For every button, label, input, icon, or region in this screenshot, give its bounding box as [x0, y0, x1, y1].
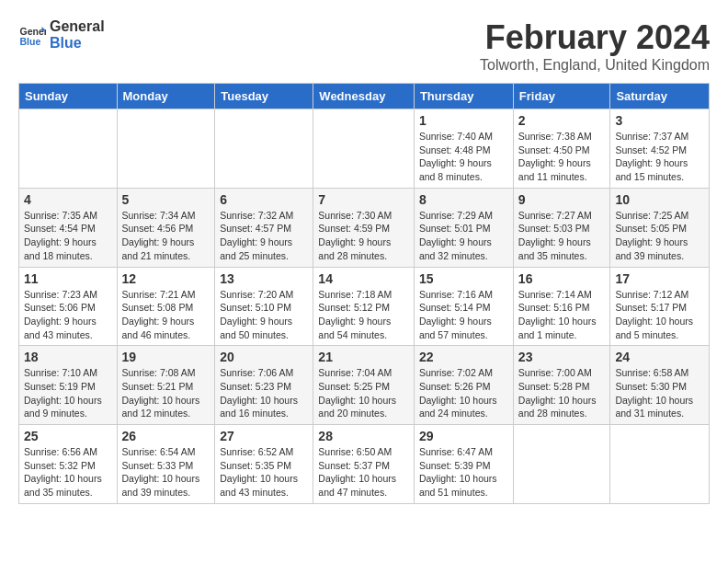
day-number: 22: [419, 350, 508, 364]
logo-text-line1: General: [50, 18, 105, 35]
day-info: Sunrise: 6:52 AM Sunset: 5:35 PM Dayligh…: [220, 445, 308, 500]
calendar-cell: [19, 109, 118, 189]
day-number: 3: [615, 113, 704, 128]
day-info: Sunrise: 6:54 AM Sunset: 5:33 PM Dayligh…: [122, 445, 210, 500]
day-number: 28: [318, 429, 409, 443]
calendar-cell: 25Sunrise: 6:56 AM Sunset: 5:32 PM Dayli…: [19, 425, 118, 504]
calendar-cell: 20Sunrise: 7:06 AM Sunset: 5:23 PM Dayli…: [215, 346, 313, 425]
calendar-week-5: 25Sunrise: 6:56 AM Sunset: 5:32 PM Dayli…: [19, 425, 710, 504]
day-number: 21: [318, 350, 409, 364]
calendar-cell: 2Sunrise: 7:38 AM Sunset: 4:50 PM Daylig…: [513, 109, 610, 189]
day-info: Sunrise: 7:37 AM Sunset: 4:52 PM Dayligh…: [615, 130, 704, 184]
calendar-cell: 6Sunrise: 7:32 AM Sunset: 4:57 PM Daylig…: [215, 188, 313, 267]
day-number: 17: [615, 271, 704, 286]
day-number: 11: [24, 271, 112, 286]
calendar-cell: 12Sunrise: 7:21 AM Sunset: 5:08 PM Dayli…: [117, 267, 215, 346]
day-info: Sunrise: 7:35 AM Sunset: 4:54 PM Dayligh…: [24, 209, 112, 263]
calendar-cell: 1Sunrise: 7:40 AM Sunset: 4:48 PM Daylig…: [414, 109, 513, 189]
day-header-sunday: Sunday: [19, 84, 118, 109]
day-info: Sunrise: 7:20 AM Sunset: 5:10 PM Dayligh…: [220, 288, 308, 342]
calendar-cell: 11Sunrise: 7:23 AM Sunset: 5:06 PM Dayli…: [19, 267, 118, 346]
day-info: Sunrise: 7:04 AM Sunset: 5:25 PM Dayligh…: [318, 366, 409, 420]
day-info: Sunrise: 6:56 AM Sunset: 5:32 PM Dayligh…: [24, 445, 112, 500]
calendar-cell: [313, 109, 415, 189]
calendar-cell: 3Sunrise: 7:37 AM Sunset: 4:52 PM Daylig…: [610, 109, 710, 189]
day-info: Sunrise: 7:25 AM Sunset: 5:05 PM Dayligh…: [615, 209, 704, 263]
month-title: February 2024: [480, 18, 710, 57]
calendar-cell: 22Sunrise: 7:02 AM Sunset: 5:26 PM Dayli…: [414, 346, 513, 425]
day-info: Sunrise: 6:58 AM Sunset: 5:30 PM Dayligh…: [615, 366, 704, 420]
day-number: 4: [24, 192, 112, 207]
day-info: Sunrise: 7:06 AM Sunset: 5:23 PM Dayligh…: [220, 366, 308, 420]
calendar-cell: [513, 425, 610, 504]
calendar-cell: 16Sunrise: 7:14 AM Sunset: 5:16 PM Dayli…: [513, 267, 610, 346]
day-info: Sunrise: 7:38 AM Sunset: 4:50 PM Dayligh…: [518, 130, 606, 184]
logo: General Blue General Blue: [18, 18, 105, 52]
day-number: 8: [419, 192, 508, 207]
day-number: 16: [518, 271, 606, 286]
calendar-cell: 9Sunrise: 7:27 AM Sunset: 5:03 PM Daylig…: [513, 188, 610, 267]
calendar-cell: 29Sunrise: 6:47 AM Sunset: 5:39 PM Dayli…: [414, 425, 513, 504]
calendar-cell: 14Sunrise: 7:18 AM Sunset: 5:12 PM Dayli…: [313, 267, 415, 346]
calendar-cell: 23Sunrise: 7:00 AM Sunset: 5:28 PM Dayli…: [513, 346, 610, 425]
logo-icon: General Blue: [18, 21, 46, 49]
calendar-cell: 7Sunrise: 7:30 AM Sunset: 4:59 PM Daylig…: [313, 188, 415, 267]
day-info: Sunrise: 7:27 AM Sunset: 5:03 PM Dayligh…: [518, 209, 606, 263]
day-info: Sunrise: 7:00 AM Sunset: 5:28 PM Dayligh…: [518, 366, 606, 420]
day-number: 1: [419, 113, 508, 128]
day-header-friday: Friday: [513, 84, 610, 109]
calendar-cell: [117, 109, 215, 189]
calendar-week-3: 11Sunrise: 7:23 AM Sunset: 5:06 PM Dayli…: [19, 267, 710, 346]
day-header-tuesday: Tuesday: [215, 84, 313, 109]
day-info: Sunrise: 7:34 AM Sunset: 4:56 PM Dayligh…: [122, 209, 210, 263]
page-header: General Blue General Blue February 2024 …: [18, 18, 710, 74]
calendar-cell: 26Sunrise: 6:54 AM Sunset: 5:33 PM Dayli…: [117, 425, 215, 504]
calendar-body: 1Sunrise: 7:40 AM Sunset: 4:48 PM Daylig…: [19, 109, 710, 504]
day-number: 15: [419, 271, 508, 286]
calendar-cell: 4Sunrise: 7:35 AM Sunset: 4:54 PM Daylig…: [19, 188, 118, 267]
calendar-cell: 10Sunrise: 7:25 AM Sunset: 5:05 PM Dayli…: [610, 188, 710, 267]
calendar-cell: 8Sunrise: 7:29 AM Sunset: 5:01 PM Daylig…: [414, 188, 513, 267]
day-number: 13: [220, 271, 308, 286]
day-number: 25: [24, 429, 112, 443]
calendar-week-2: 4Sunrise: 7:35 AM Sunset: 4:54 PM Daylig…: [19, 188, 710, 267]
calendar-cell: 24Sunrise: 6:58 AM Sunset: 5:30 PM Dayli…: [610, 346, 710, 425]
day-number: 12: [122, 271, 210, 286]
svg-text:Blue: Blue: [20, 36, 41, 47]
day-number: 23: [518, 350, 606, 364]
day-info: Sunrise: 7:08 AM Sunset: 5:21 PM Dayligh…: [122, 366, 210, 420]
day-info: Sunrise: 7:29 AM Sunset: 5:01 PM Dayligh…: [419, 209, 508, 263]
day-number: 24: [615, 350, 704, 364]
calendar-week-4: 18Sunrise: 7:10 AM Sunset: 5:19 PM Dayli…: [19, 346, 710, 425]
day-number: 10: [615, 192, 704, 207]
calendar-cell: [610, 425, 710, 504]
day-number: 19: [122, 350, 210, 364]
day-number: 26: [122, 429, 210, 443]
day-number: 6: [220, 192, 308, 207]
calendar-cell: 17Sunrise: 7:12 AM Sunset: 5:17 PM Dayli…: [610, 267, 710, 346]
day-info: Sunrise: 7:02 AM Sunset: 5:26 PM Dayligh…: [419, 366, 508, 420]
day-number: 18: [24, 350, 112, 364]
day-header-saturday: Saturday: [610, 84, 710, 109]
day-info: Sunrise: 7:21 AM Sunset: 5:08 PM Dayligh…: [122, 288, 210, 342]
day-header-thursday: Thursday: [414, 84, 513, 109]
day-info: Sunrise: 6:50 AM Sunset: 5:37 PM Dayligh…: [318, 445, 409, 500]
day-info: Sunrise: 7:12 AM Sunset: 5:17 PM Dayligh…: [615, 288, 704, 342]
calendar-cell: 15Sunrise: 7:16 AM Sunset: 5:14 PM Dayli…: [414, 267, 513, 346]
day-number: 5: [122, 192, 210, 207]
calendar-cell: 5Sunrise: 7:34 AM Sunset: 4:56 PM Daylig…: [117, 188, 215, 267]
day-info: Sunrise: 7:40 AM Sunset: 4:48 PM Dayligh…: [419, 130, 508, 184]
day-number: 29: [419, 429, 508, 443]
day-info: Sunrise: 7:10 AM Sunset: 5:19 PM Dayligh…: [24, 366, 112, 420]
title-block: February 2024 Tolworth, England, United …: [480, 18, 710, 74]
calendar-cell: [215, 109, 313, 189]
calendar-cell: 19Sunrise: 7:08 AM Sunset: 5:21 PM Dayli…: [117, 346, 215, 425]
day-number: 7: [318, 192, 409, 207]
day-info: Sunrise: 7:32 AM Sunset: 4:57 PM Dayligh…: [220, 209, 308, 263]
calendar-week-1: 1Sunrise: 7:40 AM Sunset: 4:48 PM Daylig…: [19, 109, 710, 189]
calendar-cell: 21Sunrise: 7:04 AM Sunset: 5:25 PM Dayli…: [313, 346, 415, 425]
day-info: Sunrise: 7:18 AM Sunset: 5:12 PM Dayligh…: [318, 288, 409, 342]
day-info: Sunrise: 7:23 AM Sunset: 5:06 PM Dayligh…: [24, 288, 112, 342]
logo-text-line2: Blue: [50, 35, 105, 52]
day-info: Sunrise: 7:14 AM Sunset: 5:16 PM Dayligh…: [518, 288, 606, 342]
